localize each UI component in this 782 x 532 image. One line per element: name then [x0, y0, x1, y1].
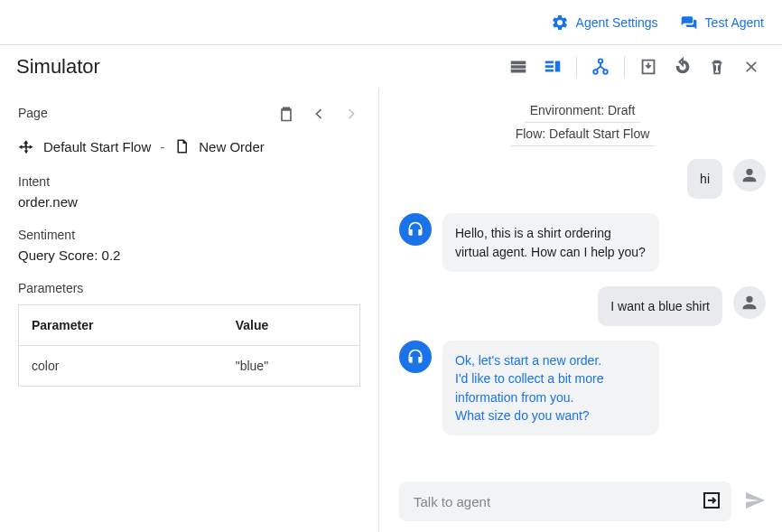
breadcrumb-flow[interactable]: Default Start Flow	[43, 139, 151, 154]
submit-input-button[interactable]	[701, 490, 722, 514]
agent-message-bubble: Hello, this is a shirt ordering virtual …	[442, 213, 659, 272]
environment-label: Environment: Draft	[525, 101, 641, 123]
message-row-agent: Ok, let's start a new order. I'd like to…	[399, 341, 766, 435]
sentiment-value: Query Score: 0.2	[18, 247, 360, 263]
gear-icon	[551, 14, 569, 32]
chat-panel: Environment: Draft Flow: Default Start F…	[379, 89, 782, 532]
breadcrumb-page[interactable]: New Order	[199, 139, 265, 154]
trash-icon	[707, 57, 727, 77]
chat-header: Environment: Draft Flow: Default Start F…	[399, 101, 766, 146]
close-icon	[742, 58, 760, 76]
toolbar-divider	[576, 56, 577, 78]
person-icon	[740, 293, 759, 313]
parameters-label: Parameters	[18, 281, 360, 295]
user-avatar	[733, 286, 766, 319]
save-button[interactable]	[634, 52, 663, 81]
chat-input-box[interactable]	[399, 481, 731, 521]
test-agent-label: Test Agent	[705, 15, 764, 30]
agent-avatar	[399, 341, 432, 373]
page-title: Simulator	[16, 55, 100, 79]
next-page-button[interactable]	[342, 105, 360, 126]
user-avatar	[733, 159, 766, 191]
view-split-icon	[543, 57, 563, 77]
headset-icon	[406, 220, 424, 238]
clipboard-icon	[277, 105, 295, 123]
agent-avatar	[399, 213, 432, 246]
agent-settings-label: Agent Settings	[576, 15, 658, 30]
breadcrumb-separator: -	[160, 139, 164, 154]
send-button[interactable]	[744, 490, 766, 514]
chat-input[interactable]	[414, 494, 701, 509]
message-row-agent: Hello, this is a shirt ordering virtual …	[399, 213, 766, 272]
chevron-left-icon	[310, 105, 328, 123]
param-name-cell: color	[19, 346, 223, 387]
details-panel: Page Default Start Flow - New Order Int	[0, 89, 379, 532]
agent-settings-link[interactable]: Agent Settings	[551, 14, 658, 32]
copy-page-button[interactable]	[277, 105, 295, 126]
delete-button[interactable]	[703, 52, 731, 81]
flow-graph-icon	[591, 57, 610, 77]
simulator-toolbar	[504, 52, 766, 81]
chat-messages: hi Hello, this is a shirt ordering virtu…	[399, 159, 766, 472]
message-row-user: hi	[399, 159, 766, 199]
enter-icon	[701, 490, 722, 511]
param-value-cell: "blue"	[223, 346, 360, 387]
headset-icon	[406, 348, 424, 366]
parameters-table: Parameter Value color "blue"	[18, 304, 360, 387]
user-message-bubble: hi	[687, 159, 722, 199]
view-stacked-button[interactable]	[504, 52, 533, 81]
intent-value: order.new	[18, 194, 360, 210]
view-stacked-icon	[508, 57, 528, 77]
agent-message-bubble: Ok, let's start a new order. I'd like to…	[442, 341, 659, 435]
test-agent-link[interactable]: Test Agent	[680, 14, 764, 32]
intent-label: Intent	[18, 174, 360, 189]
flow-graph-button[interactable]	[586, 52, 615, 81]
save-icon	[638, 57, 658, 77]
svg-point-2	[603, 70, 608, 74]
prev-page-button[interactable]	[310, 105, 328, 126]
flow-icon	[18, 138, 34, 154]
send-icon	[744, 490, 766, 511]
table-row: color "blue"	[19, 346, 360, 387]
toolbar-divider	[624, 56, 625, 78]
sentiment-label: Sentiment	[18, 228, 360, 242]
page-icon	[173, 138, 190, 154]
svg-point-0	[599, 59, 603, 63]
replay-button[interactable]	[668, 52, 697, 81]
chevron-right-icon	[342, 105, 360, 123]
svg-point-1	[593, 70, 598, 74]
breadcrumb: Default Start Flow - New Order	[18, 138, 360, 154]
page-section-label: Page	[18, 106, 48, 120]
message-row-user: I want a blue shirt	[399, 286, 766, 326]
user-message-bubble: I want a blue shirt	[598, 286, 722, 326]
replay-icon	[673, 57, 693, 77]
close-button[interactable]	[737, 52, 766, 81]
view-split-button[interactable]	[538, 52, 567, 81]
chat-icon	[680, 14, 698, 32]
flow-label: Flow: Default Start Flow	[510, 125, 656, 146]
param-col-name: Parameter	[19, 305, 223, 346]
person-icon	[740, 165, 759, 185]
param-col-value: Value	[223, 305, 360, 346]
